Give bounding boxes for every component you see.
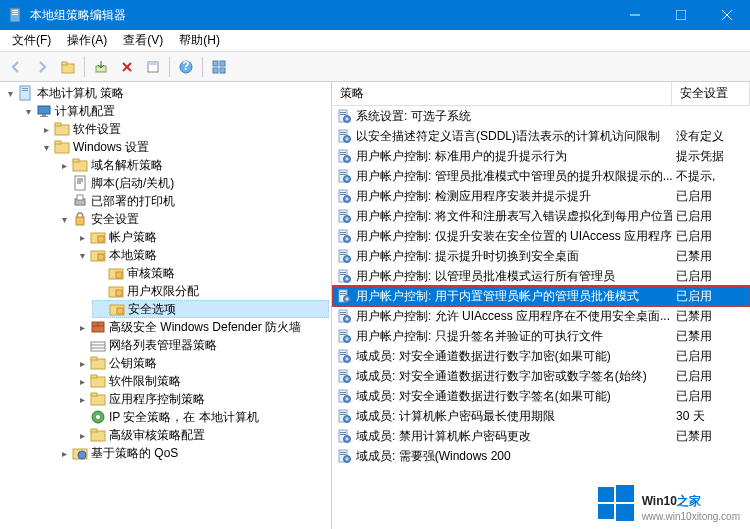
list-header: 策略 安全设置: [332, 82, 750, 106]
list-item[interactable]: 用户帐户控制: 检测应用程序安装并提示提升已启用: [332, 186, 750, 206]
tree-local-policies[interactable]: ▾ 本地策略: [74, 246, 329, 264]
tree-label: 已部署的打印机: [91, 193, 175, 210]
expand-icon[interactable]: ▸: [56, 445, 72, 461]
back-button[interactable]: [4, 55, 28, 79]
tree-user-rights[interactable]: ▸ 用户权限分配: [92, 282, 329, 300]
toolbar-separator-2: [169, 57, 170, 77]
tree-audit-policy[interactable]: ▸ 审核策略: [92, 264, 329, 282]
policy-name-cell: 域成员: 对安全通道数据进行数字加密或数字签名(始终): [332, 367, 672, 386]
tree-panel[interactable]: ▾ 本地计算机 策略 ▾ 计算机配置 ▸: [0, 82, 332, 529]
svg-point-60: [96, 415, 100, 419]
collapse-icon[interactable]: ▾: [2, 85, 18, 101]
policy-icon: [336, 208, 352, 224]
svg-rect-114: [340, 272, 346, 273]
tree-network-list[interactable]: ▸ 网络列表管理器策略: [74, 336, 329, 354]
list-item[interactable]: 用户帐户控制: 标准用户的提升提示行为提示凭据: [332, 146, 750, 166]
tree-computer-config[interactable]: ▾ 计算机配置: [20, 102, 329, 120]
tree-windows-settings[interactable]: ▾ Windows 设置: [38, 138, 329, 156]
tree-label: 高级审核策略配置: [109, 427, 205, 444]
svg-rect-50: [91, 342, 105, 351]
toolbar-separator: [84, 57, 85, 77]
tree-root[interactable]: ▾ 本地计算机 策略: [2, 84, 329, 102]
svg-rect-38: [98, 236, 104, 242]
menu-action[interactable]: 操作(A): [59, 30, 115, 51]
policy-name-cell: 用户帐户控制: 提示提升时切换到安全桌面: [332, 247, 672, 266]
tree-security-settings[interactable]: ▾ 安全设置: [56, 210, 329, 228]
column-setting[interactable]: 安全设置: [672, 82, 750, 105]
tree-deployed-printers[interactable]: ▸ 已部署的打印机: [56, 192, 329, 210]
policy-icon: [336, 128, 352, 144]
policy-setting-cell: 30 天: [672, 407, 750, 426]
tree-advanced-audit[interactable]: ▸ 高级审核策略配置: [74, 426, 329, 444]
svg-rect-90: [340, 192, 346, 193]
tree-software-settings[interactable]: ▸ 软件设置: [38, 120, 329, 138]
expand-icon[interactable]: ▸: [74, 229, 90, 245]
svg-rect-169: [340, 454, 346, 455]
list-item[interactable]: 以安全描述符定义语言(SDDL)语法表示的计算机访问限制没有定义: [332, 126, 750, 146]
collapse-icon[interactable]: ▾: [56, 211, 72, 227]
list-item[interactable]: 域成员: 需要强(Windows 200: [332, 446, 750, 466]
help-button[interactable]: ?: [174, 55, 198, 79]
firewall-icon: [90, 319, 106, 335]
list-item[interactable]: 用户帐户控制: 管理员批准模式中管理员的提升权限提示的...不提示,: [332, 166, 750, 186]
delete-button[interactable]: [115, 55, 139, 79]
collapse-icon[interactable]: ▾: [20, 103, 36, 119]
tree-account-policies[interactable]: ▸ 帐户策略: [74, 228, 329, 246]
list-item[interactable]: 用户帐户控制: 用于内置管理员帐户的管理员批准模式已启用: [332, 286, 750, 306]
svg-rect-14: [148, 62, 158, 65]
collapse-icon[interactable]: ▾: [74, 247, 90, 263]
menu-view[interactable]: 查看(V): [115, 30, 171, 51]
policy-icon: [336, 408, 352, 424]
menu-file[interactable]: 文件(F): [4, 30, 59, 51]
expand-icon[interactable]: ▸: [74, 391, 90, 407]
policy-setting-cell: 已启用: [672, 227, 750, 246]
properties-button[interactable]: [141, 55, 165, 79]
forward-button[interactable]: [30, 55, 54, 79]
tree-ip-security[interactable]: ▸ IP 安全策略，在 本地计算机: [74, 408, 329, 426]
list-item[interactable]: 域成员: 对安全通道数据进行数字签名(如果可能)已启用: [332, 386, 750, 406]
policy-icon: [336, 328, 352, 344]
list-item[interactable]: 域成员: 禁用计算机帐户密码更改已禁用: [332, 426, 750, 446]
close-button[interactable]: [704, 0, 750, 30]
policy-icon: [336, 268, 352, 284]
expand-icon[interactable]: ▸: [74, 373, 90, 389]
folder-icon: [90, 373, 106, 389]
view-button[interactable]: [207, 55, 231, 79]
menu-help[interactable]: 帮助(H): [171, 30, 228, 51]
expand-icon[interactable]: ▸: [74, 355, 90, 371]
column-policy[interactable]: 策略: [332, 82, 672, 105]
list-panel[interactable]: 策略 安全设置 系统设置: 可选子系统以安全描述符定义语言(SDDL)语法表示的…: [332, 82, 750, 529]
minimize-button[interactable]: [612, 0, 658, 30]
collapse-icon[interactable]: ▾: [38, 139, 54, 155]
list-item[interactable]: 域成员: 对安全通道数据进行数字加密(如果可能)已启用: [332, 346, 750, 366]
tree-scripts[interactable]: ▸ 脚本(启动/关机): [56, 174, 329, 192]
expand-icon[interactable]: ▸: [38, 121, 54, 137]
app-icon: [8, 7, 24, 23]
tree-software-restriction[interactable]: ▸ 软件限制策略: [74, 372, 329, 390]
list-item[interactable]: 用户帐户控制: 允许 UIAccess 应用程序在不使用安全桌面...已禁用: [332, 306, 750, 326]
export-button[interactable]: [89, 55, 113, 79]
list-item[interactable]: 用户帐户控制: 提示提升时切换到安全桌面已禁用: [332, 246, 750, 266]
list-item[interactable]: 系统设置: 可选子系统: [332, 106, 750, 126]
list-item[interactable]: 用户帐户控制: 将文件和注册表写入错误虚拟化到每用户位置已启用: [332, 206, 750, 226]
list-item[interactable]: 用户帐户控制: 以管理员批准模式运行所有管理员已启用: [332, 266, 750, 286]
policy-setting-cell: 已启用: [672, 367, 750, 386]
tree-label: 应用程序控制策略: [109, 391, 205, 408]
tree-security-options[interactable]: ▸ 安全选项: [92, 300, 329, 318]
tree-app-control[interactable]: ▸ 应用程序控制策略: [74, 390, 329, 408]
tree-public-key[interactable]: ▸ 公钥策略: [74, 354, 329, 372]
list-item[interactable]: 域成员: 计算机帐户密码最长使用期限30 天: [332, 406, 750, 426]
expand-icon[interactable]: ▸: [74, 319, 90, 335]
tree-windows-defender[interactable]: ▸ 高级安全 Windows Defender 防火墙: [74, 318, 329, 336]
expand-icon[interactable]: ▸: [74, 427, 90, 443]
list-item[interactable]: 用户帐户控制: 只提升签名并验证的可执行文件已禁用: [332, 326, 750, 346]
list-item[interactable]: 域成员: 对安全通道数据进行数字加密或数字签名(始终)已启用: [332, 366, 750, 386]
maximize-button[interactable]: [658, 0, 704, 30]
up-button[interactable]: [56, 55, 80, 79]
list-item[interactable]: 用户帐户控制: 仅提升安装在安全位置的 UIAccess 应用程序已启用: [332, 226, 750, 246]
tree-qos[interactable]: ▸ 基于策略的 QoS: [56, 444, 329, 462]
expand-icon[interactable]: ▸: [56, 157, 72, 173]
policy-setting-cell: 已禁用: [672, 307, 750, 326]
svg-rect-138: [340, 352, 346, 353]
tree-name-resolution[interactable]: ▸ 域名解析策略: [56, 156, 329, 174]
